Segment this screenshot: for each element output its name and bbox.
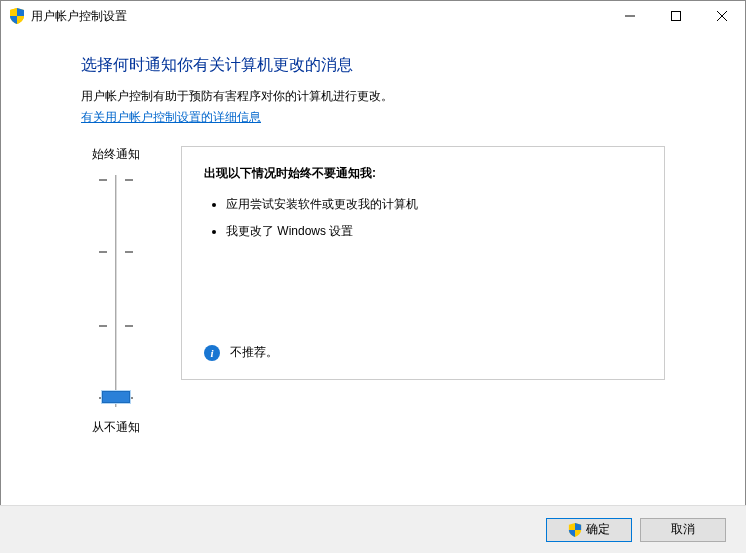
page-heading: 选择何时通知你有关计算机更改的消息 bbox=[81, 55, 665, 76]
shield-icon bbox=[568, 523, 582, 537]
close-button[interactable] bbox=[699, 1, 745, 31]
maximize-button[interactable] bbox=[653, 1, 699, 31]
notification-slider[interactable] bbox=[91, 175, 141, 407]
footer-bar: 确定 取消 bbox=[0, 505, 746, 553]
slider-column: 始终通知 从不通知 bbox=[81, 146, 151, 436]
panel-title: 出现以下情况时始终不要通知我: bbox=[204, 165, 642, 182]
slider-track bbox=[115, 175, 117, 407]
svg-rect-1 bbox=[672, 12, 681, 21]
ok-button[interactable]: 确定 bbox=[546, 518, 632, 542]
slider-thumb[interactable] bbox=[102, 391, 130, 403]
panel-list: 应用尝试安装软件或更改我的计算机 我更改了 Windows 设置 bbox=[204, 196, 642, 240]
slider-tick bbox=[99, 179, 107, 181]
window-title: 用户帐户控制设置 bbox=[31, 8, 127, 25]
description-panel: 出现以下情况时始终不要通知我: 应用尝试安装软件或更改我的计算机 我更改了 Wi… bbox=[181, 146, 665, 380]
slider-label-always: 始终通知 bbox=[81, 146, 151, 163]
slider-label-never: 从不通知 bbox=[81, 419, 151, 436]
titlebar: 用户帐户控制设置 bbox=[1, 1, 745, 31]
page-subtitle: 用户帐户控制有助于预防有害程序对你的计算机进行更改。 bbox=[81, 88, 665, 105]
slider-tick bbox=[99, 251, 107, 253]
shield-icon bbox=[9, 8, 25, 24]
content-area: 选择何时通知你有关计算机更改的消息 用户帐户控制有助于预防有害程序对你的计算机进… bbox=[1, 31, 745, 436]
slider-tick bbox=[125, 251, 133, 253]
cancel-button[interactable]: 取消 bbox=[640, 518, 726, 542]
recommendation-row: i 不推荐。 bbox=[204, 344, 278, 361]
window-controls bbox=[607, 1, 745, 31]
list-item: 应用尝试安装软件或更改我的计算机 bbox=[226, 196, 642, 213]
slider-tick bbox=[99, 325, 107, 327]
slider-tick bbox=[125, 325, 133, 327]
ok-button-label: 确定 bbox=[586, 521, 610, 538]
help-link[interactable]: 有关用户帐户控制设置的详细信息 bbox=[81, 110, 261, 124]
cancel-button-label: 取消 bbox=[671, 521, 695, 538]
minimize-button[interactable] bbox=[607, 1, 653, 31]
info-icon: i bbox=[204, 345, 220, 361]
slider-zone: 始终通知 从不通知 出现以下情况时始终不要通知我: 应用尝试安装软件或更改我的计… bbox=[81, 146, 665, 436]
list-item: 我更改了 Windows 设置 bbox=[226, 223, 642, 240]
slider-tick bbox=[125, 179, 133, 181]
recommendation-text: 不推荐。 bbox=[230, 344, 278, 361]
